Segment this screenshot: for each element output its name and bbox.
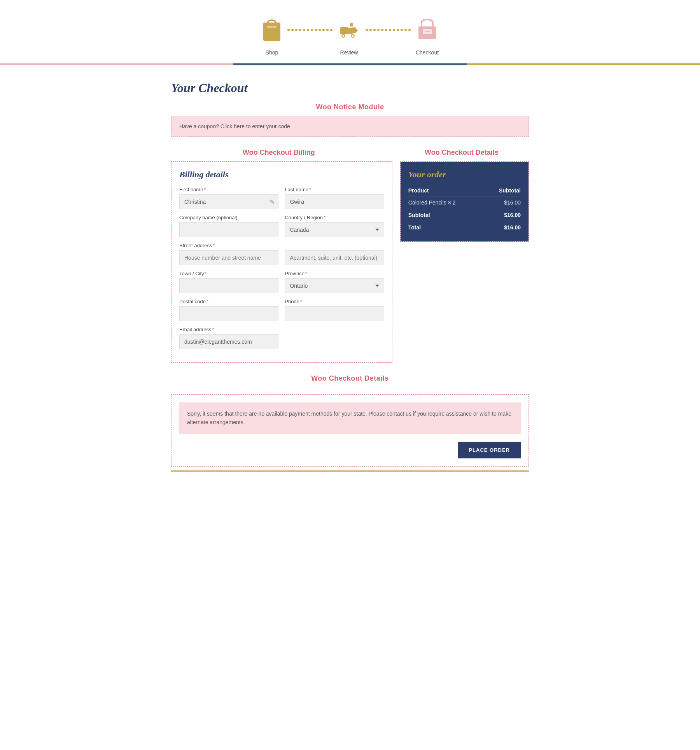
last-name-group: Last name* — [285, 187, 384, 209]
product-name-cell: Colored Pencils × 2 — [408, 196, 485, 209]
first-name-input-wrapper: ✎ — [179, 194, 278, 209]
apartment-label — [285, 243, 384, 248]
town-label: Town / City* — [179, 271, 278, 276]
postal-group: Postal code* — [179, 299, 278, 321]
payment-notice: Sorry, it seems that there are no availa… — [179, 402, 521, 434]
columns-header-row: Woo Checkout Billing Woo Checkout Detail… — [171, 149, 529, 161]
step-review-label: Review — [340, 49, 358, 56]
svg-rect-1 — [267, 26, 276, 28]
checkout-columns: Billing details First name* ✎ Last name* — [171, 161, 529, 363]
progress-lines — [0, 63, 700, 65]
province-group: Province* Ontario — [285, 271, 384, 293]
step-review[interactable]: Review — [336, 16, 362, 56]
line-blue — [233, 63, 467, 65]
email-spacer — [285, 327, 384, 349]
country-label: Country / Region* — [285, 215, 384, 220]
order-total-row: Total $16.00 — [408, 221, 521, 234]
col-details-header: Woo Checkout Details — [394, 149, 529, 161]
line-pink — [0, 63, 233, 65]
subtotal-value-cell: $16.00 — [485, 209, 521, 221]
first-name-input[interactable] — [179, 194, 278, 209]
first-name-group: First name* ✎ — [179, 187, 278, 209]
checkout-icon — [415, 16, 440, 45]
main-content: Your Checkout Woo Notice Module Have a c… — [163, 65, 537, 487]
woo-details-header: Woo Checkout Details — [394, 149, 529, 157]
apartment-input[interactable] — [285, 250, 384, 265]
svg-point-6 — [343, 35, 345, 37]
street-label: Street address* — [179, 243, 278, 248]
last-name-label: Last name* — [285, 187, 384, 192]
name-row: First name* ✎ Last name* — [179, 187, 384, 209]
email-row: Email address* — [179, 327, 384, 349]
billing-section: Billing details First name* ✎ Last name* — [171, 161, 392, 363]
total-value-cell: $16.00 — [485, 221, 521, 234]
review-icon — [336, 16, 362, 45]
street-row: Street address* — [179, 243, 384, 265]
country-group: Country / Region* Canada — [285, 215, 384, 237]
postal-input[interactable] — [179, 306, 278, 321]
last-name-input[interactable] — [285, 194, 384, 209]
street-group: Street address* — [179, 243, 278, 265]
order-subtotal-row: Subtotal $16.00 — [408, 209, 521, 221]
street-input[interactable] — [179, 250, 278, 265]
company-country-row: Company name (optional) Country / Region… — [179, 215, 384, 237]
town-province-row: Town / City* Province* Ontario — [179, 271, 384, 293]
woo-notice-header: Woo Notice Module — [171, 103, 529, 111]
company-group: Company name (optional) — [179, 215, 278, 237]
svg-rect-0 — [263, 23, 280, 41]
place-order-button[interactable]: PLACE ORDER — [458, 442, 521, 458]
step-checkout-label: Checkout — [416, 49, 439, 56]
first-name-label: First name* — [179, 187, 278, 192]
line-gold — [467, 63, 700, 65]
province-label: Province* — [285, 271, 384, 276]
progress-section: Shop Review — [0, 0, 700, 65]
phone-input[interactable] — [285, 306, 384, 321]
step-shop-label: Shop — [266, 49, 278, 56]
province-select[interactable]: Ontario — [285, 278, 384, 293]
step-shop[interactable]: Shop — [260, 16, 284, 56]
svg-rect-3 — [350, 23, 353, 26]
dots-2 — [366, 29, 411, 43]
product-price-cell: $16.00 — [485, 196, 521, 209]
company-input[interactable] — [179, 222, 278, 237]
apartment-group — [285, 243, 384, 265]
dots-1 — [287, 29, 332, 43]
shop-icon — [260, 16, 284, 45]
step-checkout[interactable]: Checkout — [415, 16, 440, 56]
woo-billing-header: Woo Checkout Billing — [171, 149, 387, 157]
coupon-notice[interactable]: Have a coupon? Click here to enter your … — [171, 116, 529, 137]
col-subtotal: Subtotal — [485, 185, 521, 196]
company-label: Company name (optional) — [179, 215, 278, 220]
total-label-cell: Total — [408, 221, 485, 234]
steps-row: Shop Review — [214, 16, 486, 56]
postal-label: Postal code* — [179, 299, 278, 304]
order-box: Your order Product Subtotal Colored Penc… — [401, 162, 528, 241]
email-group: Email address* — [179, 327, 278, 349]
billing-title: Billing details — [179, 170, 384, 180]
postal-phone-row: Postal code* Phone* — [179, 299, 384, 321]
town-input[interactable] — [179, 278, 278, 293]
order-details-section: Your order Product Subtotal Colored Penc… — [400, 161, 529, 242]
col-product: Product — [408, 185, 485, 196]
order-product-row: Colored Pencils × 2 $16.00 — [408, 196, 521, 209]
order-table: Product Subtotal Colored Pencils × 2 $16… — [408, 185, 521, 234]
svg-rect-10 — [425, 31, 430, 32]
email-label: Email address* — [179, 327, 278, 332]
town-group: Town / City* — [179, 271, 278, 293]
gold-bottom-line — [171, 470, 529, 472]
order-title: Your order — [408, 170, 521, 180]
email-input[interactable] — [179, 334, 278, 349]
country-select[interactable]: Canada — [285, 222, 384, 237]
edit-icon: ✎ — [270, 198, 275, 206]
phone-group: Phone* — [285, 299, 384, 321]
subtotal-label-cell: Subtotal — [408, 209, 485, 221]
woo-checkout-details-bottom-header: Woo Checkout Details — [171, 374, 529, 383]
svg-point-7 — [352, 35, 354, 37]
phone-label: Phone* — [285, 299, 384, 304]
bottom-section: Sorry, it seems that there are no availa… — [171, 394, 529, 467]
col-billing-header: Woo Checkout Billing — [171, 149, 387, 161]
page-title: Your Checkout — [171, 81, 529, 95]
place-order-row: PLACE ORDER — [179, 442, 521, 458]
